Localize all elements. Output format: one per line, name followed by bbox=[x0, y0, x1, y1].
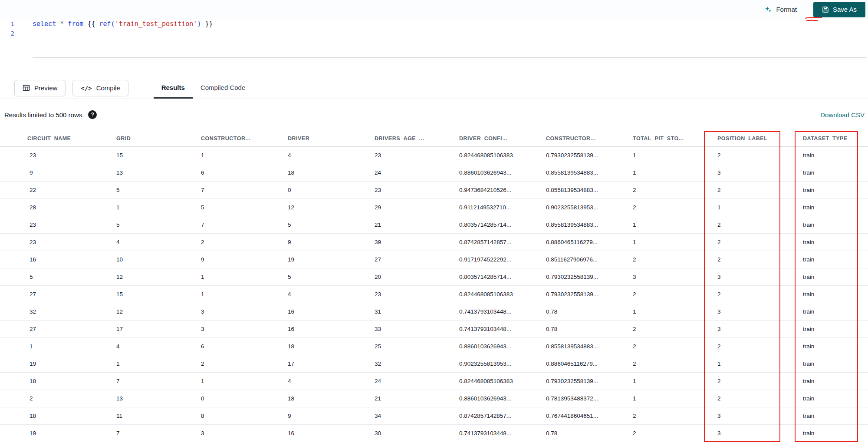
table-body: 231514230.8244680851063830.7930232558139… bbox=[0, 147, 868, 442]
table-cell: 7 bbox=[201, 222, 288, 228]
column-header: CONSTRUCTOR... bbox=[201, 136, 288, 142]
table-cell: 13 bbox=[116, 395, 201, 402]
table-cell: 6 bbox=[201, 343, 288, 350]
code-token-paren-close: ) bbox=[197, 20, 201, 28]
table-row: 191217320.9023255813953...0.886046511627… bbox=[0, 355, 868, 373]
table-cell: 0.8558139534883... bbox=[546, 169, 633, 176]
table-row: 213018210.8860103626943...0.781395348837… bbox=[0, 390, 868, 407]
table-cell: 1 bbox=[633, 395, 717, 402]
table-cell: 3 bbox=[717, 274, 803, 280]
table-cell: 32 bbox=[375, 360, 459, 367]
tab-compiled-code[interactable]: Compiled Code bbox=[193, 77, 253, 99]
table-cell: 2 bbox=[633, 291, 717, 298]
sql-editor[interactable]: 1 select * from {{ ref('train_test_posit… bbox=[0, 19, 868, 77]
table-cell: 1 bbox=[27, 343, 116, 350]
table-cell: 19 bbox=[27, 360, 116, 367]
table-cell: 1 bbox=[201, 291, 288, 298]
table-cell: 2 bbox=[633, 430, 717, 436]
table-cell: 23 bbox=[27, 152, 116, 159]
table-cell: 2 bbox=[717, 187, 803, 193]
table-cell: train bbox=[803, 360, 868, 367]
line-number: 1 bbox=[0, 19, 20, 29]
table-cell: 24 bbox=[375, 378, 459, 384]
table-cell: 7 bbox=[116, 378, 201, 384]
code-token-ref: ref( bbox=[99, 20, 115, 28]
table-row: 197316300.7413793103448...0.7823train bbox=[0, 425, 868, 442]
table-cell: 0.8035714285714... bbox=[459, 274, 546, 280]
table-cell: train bbox=[803, 152, 868, 159]
table-cell: 16 bbox=[288, 430, 375, 436]
table-cell: 0.8860465116279... bbox=[546, 239, 633, 245]
table-cell: 16 bbox=[288, 326, 375, 332]
table-cell: 27 bbox=[27, 326, 116, 332]
table-cell: 21 bbox=[375, 222, 459, 228]
table-cell: 0.8742857142857... bbox=[459, 413, 546, 419]
table-cell: 1 bbox=[633, 169, 717, 176]
editor-line-1[interactable]: 1 select * from {{ ref('train_test_posit… bbox=[0, 19, 868, 29]
table-cell: train bbox=[803, 430, 868, 436]
sparkles-icon bbox=[764, 6, 772, 13]
table-cell: 10 bbox=[116, 256, 201, 263]
column-header: DRIVER bbox=[288, 136, 375, 142]
line-number: 2 bbox=[0, 29, 20, 38]
download-csv-link[interactable]: Download CSV bbox=[820, 111, 865, 119]
table-row: 913618240.8860103626943...0.855813953488… bbox=[0, 164, 868, 182]
table-cell: 32 bbox=[27, 308, 116, 315]
editor-line-2[interactable]: 2 bbox=[0, 29, 868, 38]
table-cell: 2 bbox=[633, 187, 717, 193]
table-cell: 0.7813953488372... bbox=[546, 395, 633, 402]
table-cell: 0.7413793103448... bbox=[459, 326, 546, 332]
table-cell: 15 bbox=[116, 291, 201, 298]
table-cell: 0.8860103626943... bbox=[459, 169, 546, 176]
table-cell: 0.8558139534883... bbox=[546, 187, 633, 193]
code-icon: </> bbox=[81, 85, 92, 92]
table-cell: 27 bbox=[27, 291, 116, 298]
table-cell: 3 bbox=[717, 169, 803, 176]
table-row: 1610919270.9171974522292...0.85116279069… bbox=[0, 251, 868, 268]
table-cell: 19 bbox=[27, 430, 116, 436]
results-meta-row: Results limited to 500 rows. ? Download … bbox=[0, 99, 868, 130]
table-cell: train bbox=[803, 308, 868, 315]
table-cell: train bbox=[803, 187, 868, 193]
compile-button[interactable]: </> Compile bbox=[72, 80, 128, 96]
table-cell: 25 bbox=[375, 343, 459, 350]
table-cell: 2 bbox=[201, 239, 288, 245]
table-cell: 0.8511627906976... bbox=[546, 256, 633, 263]
table-cell: 0.9473684210526... bbox=[459, 187, 546, 193]
table-cell: 0 bbox=[288, 187, 375, 193]
compile-label: Compile bbox=[96, 84, 120, 92]
table-cell: 9 bbox=[288, 239, 375, 245]
code-line: select * from {{ ref('train_test_positio… bbox=[20, 19, 213, 29]
table-cell: 3 bbox=[717, 413, 803, 419]
table-cell: 33 bbox=[375, 326, 459, 332]
table-cell: 0.7930232558139... bbox=[546, 291, 633, 298]
code-token-star: * bbox=[60, 20, 64, 28]
table-cell: 2 bbox=[717, 256, 803, 263]
table-cell: 0.9171974522292... bbox=[459, 256, 546, 263]
table-cell: 0.9023255813953... bbox=[546, 204, 633, 211]
table-cell: 0.78 bbox=[546, 430, 633, 436]
preview-label: Preview bbox=[34, 84, 57, 92]
table-cell: 2 bbox=[201, 360, 288, 367]
table-cell: 3 bbox=[201, 326, 288, 332]
column-header: POSITION_LABEL bbox=[717, 136, 803, 142]
tab-results[interactable]: Results bbox=[154, 77, 193, 99]
table-cell: 0.9112149532710... bbox=[459, 204, 546, 211]
code-token-from: from bbox=[68, 20, 83, 28]
table-row: 231514230.8244680851063830.7930232558139… bbox=[0, 147, 868, 164]
save-as-button[interactable]: Save As bbox=[813, 2, 865, 17]
format-button[interactable]: Format bbox=[764, 6, 797, 13]
table-cell: 1 bbox=[633, 152, 717, 159]
table-row: 2717316330.7413793103448...0.7823train bbox=[0, 321, 868, 338]
table-cell: 2 bbox=[717, 152, 803, 159]
table-cell: train bbox=[803, 395, 868, 402]
table-cell: 2 bbox=[633, 343, 717, 350]
table-cell: 2 bbox=[633, 326, 717, 332]
preview-button[interactable]: Preview bbox=[14, 80, 66, 96]
table-cell: 2 bbox=[27, 395, 116, 402]
table-cell: 0.824468085106383 bbox=[459, 378, 546, 384]
code-token-jinja-open: {{ bbox=[87, 20, 95, 28]
help-icon[interactable]: ? bbox=[88, 110, 97, 119]
table-cell: 13 bbox=[116, 169, 201, 176]
table-cell: 6 bbox=[201, 169, 288, 176]
